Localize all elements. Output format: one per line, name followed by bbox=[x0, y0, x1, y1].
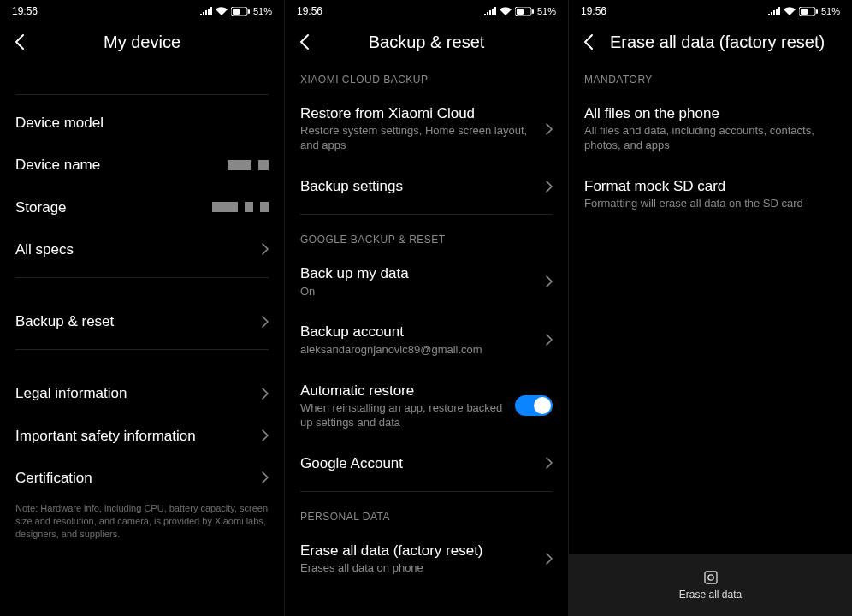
row-sub: aleksandarognjanovic89@gmail.com bbox=[300, 343, 535, 358]
row-format-sd: Format mock SD card Formatting will eras… bbox=[569, 165, 852, 223]
back-button[interactable] bbox=[569, 22, 608, 62]
row-all-files: All files on the phone All files and dat… bbox=[569, 92, 852, 165]
chevron-right-icon bbox=[546, 457, 553, 469]
row-title: Format mock SD card bbox=[584, 177, 837, 195]
status-right: 51% bbox=[200, 6, 272, 16]
auto-restore-toggle[interactable] bbox=[515, 395, 553, 416]
back-button[interactable] bbox=[285, 22, 324, 62]
content: MANDATORY All files on the phone All fil… bbox=[569, 62, 852, 616]
row-device-model[interactable]: Device model bbox=[0, 102, 284, 144]
hardware-note: Note: Hardware info, including CPU, batt… bbox=[0, 499, 284, 541]
back-button[interactable] bbox=[0, 22, 39, 62]
status-right: 51% bbox=[484, 6, 556, 16]
row-device-name[interactable]: Device name bbox=[0, 144, 284, 186]
svg-rect-4 bbox=[517, 9, 524, 15]
row-sub: When reinstalling an app, restore backed… bbox=[300, 401, 505, 430]
row-google-account[interactable]: Google Account bbox=[285, 442, 568, 484]
page-title: Erase all data (factory reset) bbox=[610, 33, 825, 52]
section-mandatory: MANDATORY bbox=[569, 62, 852, 92]
row-title: Backup & reset bbox=[15, 312, 251, 330]
row-title: Erase all data (factory reset) bbox=[300, 542, 535, 560]
chevron-right-icon bbox=[262, 388, 269, 400]
status-right: 51% bbox=[768, 6, 840, 16]
row-title: Restore from Xiaomi Cloud bbox=[300, 104, 535, 122]
row-title: All files on the phone bbox=[584, 104, 837, 122]
screen-erase-all: 19:56 51% Erase all data (factory reset)… bbox=[568, 0, 852, 616]
chevron-right-icon bbox=[262, 471, 269, 483]
chevron-left-icon bbox=[15, 33, 25, 50]
battery-icon bbox=[799, 7, 818, 16]
row-all-specs[interactable]: All specs bbox=[0, 228, 284, 270]
header: My device bbox=[0, 22, 284, 62]
row-title: Backup settings bbox=[300, 177, 535, 195]
row-title: All specs bbox=[15, 240, 251, 258]
row-erase-all[interactable]: Erase all data (factory reset) Erases al… bbox=[285, 530, 568, 588]
row-title: Certification bbox=[15, 469, 251, 487]
status-bar: 19:56 51% bbox=[569, 0, 852, 22]
wifi-icon bbox=[216, 7, 228, 15]
row-safety[interactable]: Important safety information bbox=[0, 415, 284, 457]
chevron-left-icon bbox=[299, 33, 310, 50]
row-title: Back up my data bbox=[300, 264, 535, 282]
svg-rect-7 bbox=[801, 9, 808, 15]
svg-rect-8 bbox=[816, 9, 818, 14]
wifi-icon bbox=[500, 7, 512, 15]
svg-point-10 bbox=[707, 575, 713, 580]
row-sub: Erases all data on phone bbox=[300, 561, 535, 576]
page-title: My device bbox=[104, 33, 180, 52]
row-sub: Formatting will erase all data on the SD… bbox=[584, 197, 837, 211]
section-xiaomi: XIAOMI CLOUD BACKUP bbox=[285, 62, 568, 92]
row-value-redacted bbox=[228, 160, 269, 170]
row-title: Google Account bbox=[300, 454, 535, 472]
row-sub: On bbox=[300, 285, 535, 299]
chevron-right-icon bbox=[546, 275, 553, 287]
status-battery: 51% bbox=[537, 6, 556, 16]
content[interactable]: Device model Device name Storage All spe… bbox=[0, 62, 284, 616]
row-legal[interactable]: Legal information bbox=[0, 372, 284, 414]
row-sub: Restore system settings, Home screen lay… bbox=[300, 124, 535, 153]
row-backup-reset[interactable]: Backup & reset bbox=[0, 300, 284, 342]
erase-button-label: Erase all data bbox=[679, 589, 742, 601]
row-sub: All files and data, including accounts, … bbox=[584, 124, 837, 153]
page-title: Backup & reset bbox=[369, 33, 485, 52]
row-title: Device model bbox=[15, 114, 269, 132]
row-backup-settings[interactable]: Backup settings bbox=[285, 165, 568, 207]
signal-icon bbox=[484, 7, 496, 15]
svg-rect-9 bbox=[705, 572, 717, 583]
row-title: Automatic restore bbox=[300, 382, 505, 400]
wifi-icon bbox=[784, 7, 796, 15]
row-storage[interactable]: Storage bbox=[0, 187, 284, 228]
chevron-right-icon bbox=[546, 181, 553, 192]
section-personal: PERSONAL DATA bbox=[285, 499, 568, 530]
chevron-right-icon bbox=[262, 316, 269, 328]
svg-rect-1 bbox=[233, 9, 240, 15]
status-battery: 51% bbox=[821, 6, 840, 16]
signal-icon bbox=[768, 7, 780, 15]
svg-rect-2 bbox=[248, 9, 250, 14]
row-title: Storage bbox=[15, 198, 202, 216]
battery-icon bbox=[231, 7, 250, 16]
status-battery: 51% bbox=[253, 6, 272, 16]
chevron-left-icon bbox=[583, 33, 594, 50]
chevron-right-icon bbox=[262, 243, 269, 255]
content[interactable]: XIAOMI CLOUD BACKUP Restore from Xiaomi … bbox=[285, 62, 568, 616]
row-title: Device name bbox=[15, 156, 217, 174]
svg-rect-5 bbox=[532, 9, 534, 14]
row-title: Backup account bbox=[300, 323, 535, 341]
row-backup-account[interactable]: Backup account aleksandarognjanovic89@gm… bbox=[285, 311, 568, 369]
row-auto-restore[interactable]: Automatic restore When reinstalling an a… bbox=[285, 370, 568, 442]
status-bar: 19:56 51% bbox=[285, 0, 568, 22]
erase-all-button[interactable]: Erase all data bbox=[569, 554, 852, 616]
screen-my-device: 19:56 51% My device Device model Device … bbox=[0, 0, 284, 616]
screen-backup-reset: 19:56 51% Backup & reset XIAOMI CLOUD BA… bbox=[284, 0, 568, 616]
status-time: 19:56 bbox=[297, 5, 322, 17]
row-title: Legal information bbox=[15, 384, 251, 402]
status-time: 19:56 bbox=[12, 5, 38, 17]
battery-icon bbox=[515, 7, 534, 16]
row-backup-data[interactable]: Back up my data On bbox=[285, 252, 568, 311]
row-certification[interactable]: Certification bbox=[0, 457, 284, 499]
chevron-right-icon bbox=[262, 429, 269, 441]
status-time: 19:56 bbox=[581, 5, 606, 17]
signal-icon bbox=[200, 7, 212, 15]
row-restore-cloud[interactable]: Restore from Xiaomi Cloud Restore system… bbox=[285, 92, 568, 165]
